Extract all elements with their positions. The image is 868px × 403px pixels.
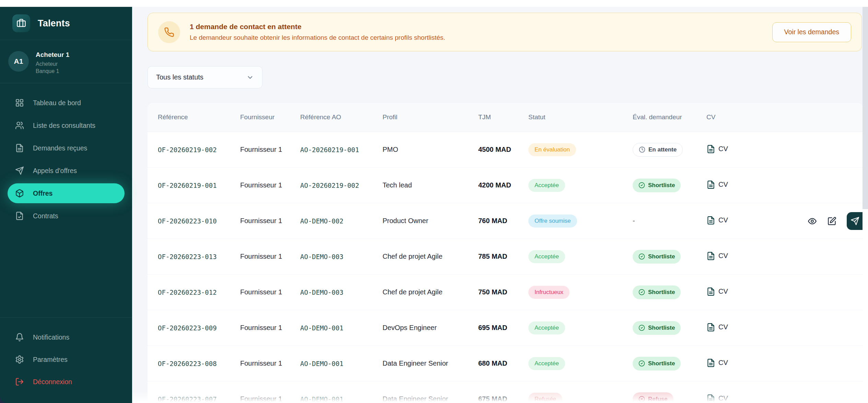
table-row[interactable]: OF-20260223-008 Fournisseur 1 AO-DEMO-00… xyxy=(148,346,863,381)
fournisseur: Fournisseur 1 xyxy=(240,359,300,367)
dashboard-icon xyxy=(15,98,24,107)
sidebar-item-tableau-de-bord[interactable]: Tableau de bord xyxy=(8,93,125,113)
logout-icon xyxy=(15,377,24,386)
offer-reference: OF-20260223-010 xyxy=(158,217,240,225)
sidebar-item-deconnexion[interactable]: Déconnexion xyxy=(8,372,125,392)
check-circle-icon xyxy=(638,253,645,260)
profil: Data Engineer Senior xyxy=(383,395,478,403)
table-row[interactable]: OF-20260223-010 Fournisseur 1 AO-DEMO-00… xyxy=(148,203,863,239)
sidebar-item-contrats[interactable]: Contrats xyxy=(8,206,125,226)
sidebar-item-label: Contrats xyxy=(33,212,58,220)
status-filter-select[interactable]: Tous les statuts xyxy=(148,66,262,88)
package-icon xyxy=(15,189,24,198)
main-content: 1 demande de contact en attente Le deman… xyxy=(132,7,863,403)
sidebar-item-offres[interactable]: Offres xyxy=(8,183,125,203)
cv-file-icon xyxy=(706,180,715,189)
fournisseur: Fournisseur 1 xyxy=(240,395,300,403)
offer-reference: OF-20260223-008 xyxy=(158,360,240,367)
file-check-icon xyxy=(15,211,24,220)
top-strip xyxy=(0,0,868,7)
cv-link[interactable]: CV xyxy=(706,358,728,367)
table-row[interactable]: OF-20260223-013 Fournisseur 1 AO-DEMO-00… xyxy=(148,239,863,274)
table-row[interactable]: OF-20260223-007 Fournisseur 1 AO-DEMO-00… xyxy=(148,381,863,403)
fournisseur: Fournisseur 1 xyxy=(240,288,300,296)
fournisseur: Fournisseur 1 xyxy=(240,217,300,225)
sidebar-item-label: Notifications xyxy=(33,333,69,341)
eval-badge: Shortliste xyxy=(633,285,681,299)
table-header: Référence Fournisseur Référence AO Profi… xyxy=(148,103,863,132)
view-button[interactable] xyxy=(808,217,817,226)
table-row[interactable]: OF-20260219-001 Fournisseur 1 AO-2026021… xyxy=(148,168,863,203)
col-reference: Référence xyxy=(158,113,240,121)
table-row[interactable]: OF-20260219-002 Fournisseur 1 AO-2026021… xyxy=(148,132,863,168)
gear-icon xyxy=(15,355,24,364)
eval-badge: En attente xyxy=(633,143,683,157)
tjm: 785 MAD xyxy=(478,253,528,260)
fournisseur: Fournisseur 1 xyxy=(240,146,300,154)
user-org: Banque 1 xyxy=(36,68,69,75)
submit-offer-button[interactable] xyxy=(847,212,863,230)
scrollbar-track xyxy=(863,7,868,403)
edit-button[interactable] xyxy=(827,217,836,226)
col-statut: Statut xyxy=(528,113,633,121)
users-icon xyxy=(15,121,24,130)
status-badge: Acceptée xyxy=(528,357,565,370)
ao-reference: AO-DEMO-001 xyxy=(300,360,383,367)
sidebar-item-parametres[interactable]: Paramètres xyxy=(8,350,125,369)
ao-reference: AO-DEMO-001 xyxy=(300,324,383,332)
user-profile: A1 Acheteur 1 Acheteur Banque 1 xyxy=(0,40,132,83)
pencil-square-icon xyxy=(827,217,836,226)
profil: Product Owner xyxy=(383,217,478,225)
sidebar-item-notifications[interactable]: Notifications xyxy=(8,327,125,347)
table-row[interactable]: OF-20260223-012 Fournisseur 1 AO-DEMO-00… xyxy=(148,274,863,310)
user-name: Acheteur 1 xyxy=(36,51,69,59)
cv-link[interactable]: CV xyxy=(706,323,728,332)
app-window: Talents A1 Acheteur 1 Acheteur Banque 1 … xyxy=(0,0,868,403)
brand: Talents xyxy=(0,7,132,40)
offer-reference: OF-20260223-012 xyxy=(158,289,240,296)
sidebar-item-label: Déconnexion xyxy=(33,378,72,386)
table-row[interactable]: OF-20260223-009 Fournisseur 1 AO-DEMO-00… xyxy=(148,310,863,346)
sidebar-item-label: Demandes reçues xyxy=(33,144,87,152)
sidebar: Talents A1 Acheteur 1 Acheteur Banque 1 … xyxy=(0,7,132,403)
ao-reference: AO-DEMO-002 xyxy=(300,217,383,225)
tjm: 4200 MAD xyxy=(478,181,528,189)
cv-link[interactable]: CV xyxy=(706,180,728,189)
cv-link[interactable]: CV xyxy=(706,287,728,296)
status-badge: Acceptée xyxy=(528,321,565,334)
sidebar-item-label: Appels d'offres xyxy=(33,167,77,175)
voir-les-demandes-button[interactable]: Voir les demandes xyxy=(772,22,851,42)
eval-badge: Refuse xyxy=(633,392,673,403)
status-badge: Refusée xyxy=(528,393,562,403)
eval-badge: Shortliste xyxy=(633,179,681,192)
offer-reference: OF-20260219-002 xyxy=(158,146,240,154)
cv-link[interactable]: CV xyxy=(706,252,728,260)
cv-file-icon xyxy=(706,323,715,332)
sidebar-item-demandes-recues[interactable]: Demandes reçues xyxy=(8,138,125,158)
file-text-icon xyxy=(15,144,24,152)
phone-icon xyxy=(158,21,180,43)
eval-badge: Shortliste xyxy=(633,357,681,370)
profil: Data Engineer Senior xyxy=(383,359,478,367)
cv-file-icon xyxy=(706,358,715,367)
sidebar-item-appels-doffres[interactable]: Appels d'offres xyxy=(8,161,125,181)
tjm: 760 MAD xyxy=(478,217,528,225)
chevron-down-icon xyxy=(246,74,254,81)
sidebar-item-liste-des-consultants[interactable]: Liste des consultants xyxy=(8,115,125,135)
cv-file-icon xyxy=(706,145,715,154)
clock-icon xyxy=(639,146,645,153)
avatar: A1 xyxy=(8,51,29,72)
banner-title: 1 demande de contact en attente xyxy=(190,23,445,31)
cv-link[interactable]: CV xyxy=(706,394,728,403)
sidebar-item-label: Offres xyxy=(33,190,52,197)
send-icon xyxy=(851,217,859,225)
row-actions xyxy=(808,203,863,239)
briefcase-icon xyxy=(12,14,30,32)
scrollbar-thumb[interactable] xyxy=(863,7,868,209)
sidebar-item-label: Paramètres xyxy=(33,356,68,364)
cv-link[interactable]: CV xyxy=(706,145,728,154)
cv-link[interactable]: CV xyxy=(706,216,728,225)
profil: PMO xyxy=(383,146,478,154)
eval-empty: - xyxy=(633,217,635,224)
cv-file-icon xyxy=(706,252,715,260)
